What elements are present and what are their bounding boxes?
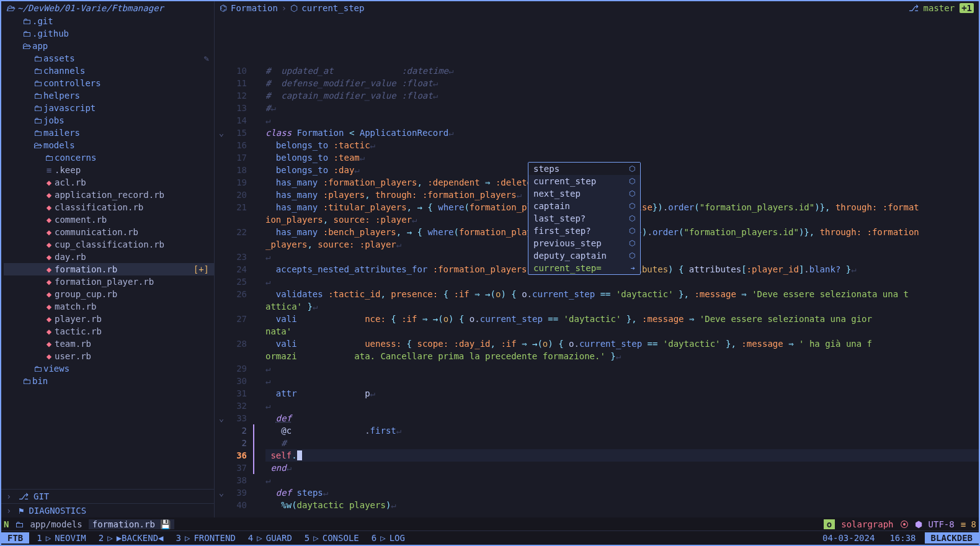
code-line[interactable]: ⌄15class Formation < ApplicationRecord↵ — [215, 127, 979, 139]
code-line[interactable]: 36 self. — [215, 449, 979, 462]
tmux-windows: 1▷NEOVIM2▷▶BACKEND◀3▷FRONTEND4▷GUARD5▷CO… — [30, 532, 411, 544]
file-item[interactable]: ≡.keep — [4, 164, 214, 176]
file-name: .github — [32, 29, 69, 38]
code-line[interactable]: 40 %w(daytactic players)↵ — [215, 499, 979, 511]
code-line[interactable]: 2 # — [215, 437, 979, 449]
tmux-window[interactable]: 3▷FRONTEND — [170, 532, 242, 544]
completion-item[interactable]: next_step⬡ — [528, 187, 640, 200]
folder-item[interactable]: 🗀.github — [4, 27, 214, 40]
code-line[interactable]: 2 @c .first↵ — [215, 424, 979, 437]
file-item[interactable]: ◆tactic.rb — [4, 325, 214, 338]
file-item[interactable]: ◆acl.rb — [4, 176, 214, 189]
file-explorer: 🗁 ~/DevWeb/01-Varie/Ftbmanager 🗀.git🗀.gi… — [1, 1, 215, 517]
code-line[interactable]: 27 vali nce: { :if ⇒ →(o) { o.current_st… — [215, 313, 979, 325]
code-line[interactable]: 28 vali ueness: { scope: :day_id, :if ⇒ … — [215, 338, 979, 350]
code-line[interactable]: 30↵ — [215, 375, 979, 387]
folder-icon: 🗀 — [32, 115, 43, 125]
file-item[interactable]: ◆comment.rb — [4, 213, 214, 226]
completion-label: last_step? — [533, 212, 586, 225]
folder-item[interactable]: 🗀.git — [4, 15, 214, 27]
folder-item[interactable]: 🗀mailers — [4, 127, 214, 139]
chevron-right-icon: › — [6, 491, 14, 501]
folder-icon: 🗀 — [15, 519, 24, 529]
class-icon: ⌬ — [220, 3, 227, 13]
folder-item[interactable]: 🗀controllers — [4, 77, 214, 89]
completion-item[interactable]: previous_step⬡ — [528, 237, 640, 249]
code-line[interactable]: nata' — [215, 325, 979, 338]
code-line[interactable]: 31 attr p↵ — [215, 387, 979, 400]
file-item[interactable]: ◆classification.rb — [4, 201, 214, 213]
file-item[interactable]: ◆day.rb — [4, 251, 214, 263]
folder-item[interactable]: 🗀assets✎ — [4, 52, 214, 65]
file-item[interactable]: ◆application_record.rb — [4, 189, 214, 201]
folder-item[interactable]: 🗁app — [4, 40, 214, 52]
file-item[interactable]: ◆communication.rb — [4, 226, 214, 238]
completion-popup[interactable]: steps⬡current_step⬡next_step⬡captain⬡las… — [528, 162, 641, 275]
file-item[interactable]: ◆player.rb — [4, 313, 214, 325]
file-item[interactable]: ◆formation_player.rb — [4, 275, 214, 288]
folder-item[interactable]: 🗀jobs — [4, 114, 214, 127]
completion-item[interactable]: last_step?⬡ — [528, 212, 640, 225]
file-item[interactable]: ◆team.rb — [4, 338, 214, 350]
breadcrumb-class[interactable]: Formation — [231, 3, 278, 13]
code-line[interactable]: 25↵ — [215, 275, 979, 288]
code-line[interactable]: 29↵ — [215, 362, 979, 375]
completion-label: deputy_captain — [533, 249, 607, 262]
file-item[interactable]: ◆group_cup.rb — [4, 288, 214, 300]
code-line[interactable]: ⌄33 def — [215, 412, 979, 424]
file-name: controllers — [43, 78, 101, 88]
file-item[interactable]: ◆user.rb — [4, 350, 214, 362]
tmux-session[interactable]: FTB — [1, 532, 29, 544]
modified-icon: 💾 — [160, 519, 171, 529]
completion-item[interactable]: first_step?⬡ — [528, 225, 640, 237]
file-name: acl.rb — [55, 177, 86, 187]
breadcrumb-member[interactable]: current_step — [301, 3, 364, 13]
completion-item[interactable]: current_step=➔ — [528, 262, 640, 274]
code-line[interactable]: 14↵ — [215, 114, 979, 127]
file-name: formation.rb — [55, 264, 117, 274]
lsp-status-icon: ⦿ — [900, 519, 909, 529]
completion-item[interactable]: steps⬡ — [528, 163, 640, 175]
file-name: formation_player.rb — [55, 277, 154, 287]
completion-item[interactable]: current_step⬡ — [528, 175, 640, 187]
folder-item[interactable]: 🗀channels — [4, 65, 214, 77]
folder-item[interactable]: 🗀javascript — [4, 102, 214, 114]
code-line[interactable]: ormazi ata. Cancellare prima la preceden… — [215, 350, 979, 362]
tmux-window[interactable]: 5▷CONSOLE — [298, 532, 365, 544]
completion-item[interactable]: captain⬡ — [528, 200, 640, 212]
tmux-window[interactable]: 4▷GUARD — [242, 532, 298, 544]
code-line[interactable]: 13#↵ — [215, 102, 979, 114]
code-editor[interactable]: 10# updated_at :datetime↵11# defense_mod… — [215, 15, 979, 517]
folder-item[interactable]: 🗀helpers — [4, 89, 214, 102]
code-line[interactable]: 26 validates :tactic_id, presence: { :if… — [215, 288, 979, 300]
file-item[interactable]: ◆cup_classification.rb — [4, 238, 214, 251]
completion-kind-icon: ➔ — [631, 262, 635, 274]
code-line[interactable]: 37 end↵ — [215, 462, 979, 474]
ruby-icon: ◆ — [43, 302, 55, 311]
file-icon: ≡ — [43, 165, 55, 175]
folder-item[interactable]: 🗀bin — [4, 375, 214, 387]
code-line[interactable]: 16 belongs_to :tactic↵ — [215, 139, 979, 151]
code-line[interactable]: 12# captain_modifier_value :float↵ — [215, 89, 979, 102]
code-line[interactable]: ⌄39 def steps↵ — [215, 486, 979, 499]
folder-item[interactable]: 🗁models — [4, 139, 214, 151]
tmux-window[interactable]: 6▷LOG — [365, 532, 411, 544]
git-section[interactable]: › ⎇ GIT — [1, 489, 214, 503]
lines-icon: ≡ 8 — [961, 519, 976, 529]
completion-item[interactable]: deputy_captain⬡ — [528, 249, 640, 262]
file-item[interactable]: ◆formation.rb[+] — [4, 263, 214, 275]
code-line[interactable]: attica' }↵ — [215, 300, 979, 313]
code-line[interactable]: 38↵ — [215, 474, 979, 486]
code-line[interactable]: 32↵ — [215, 400, 979, 412]
folder-item[interactable]: 🗀concerns — [4, 151, 214, 164]
code-line[interactable]: 10# updated_at :datetime↵ — [215, 65, 979, 77]
tmux-window[interactable]: 1▷NEOVIM — [30, 532, 92, 544]
diagnostics-section[interactable]: › ⚑ DIAGNOSTICS — [1, 503, 214, 517]
tmux-window[interactable]: 2▷▶BACKEND◀ — [92, 532, 170, 544]
ruby-icon: ◆ — [43, 277, 55, 287]
code-line[interactable]: 11# defense_modifier_value :float↵ — [215, 77, 979, 89]
hexagon-icon: ⬢ — [915, 519, 922, 529]
folder-item[interactable]: 🗀views — [4, 362, 214, 375]
file-tree[interactable]: 🗀.git🗀.github🗁app🗀assets✎🗀channels🗀contr… — [1, 15, 214, 489]
file-item[interactable]: ◆match.rb — [4, 300, 214, 313]
